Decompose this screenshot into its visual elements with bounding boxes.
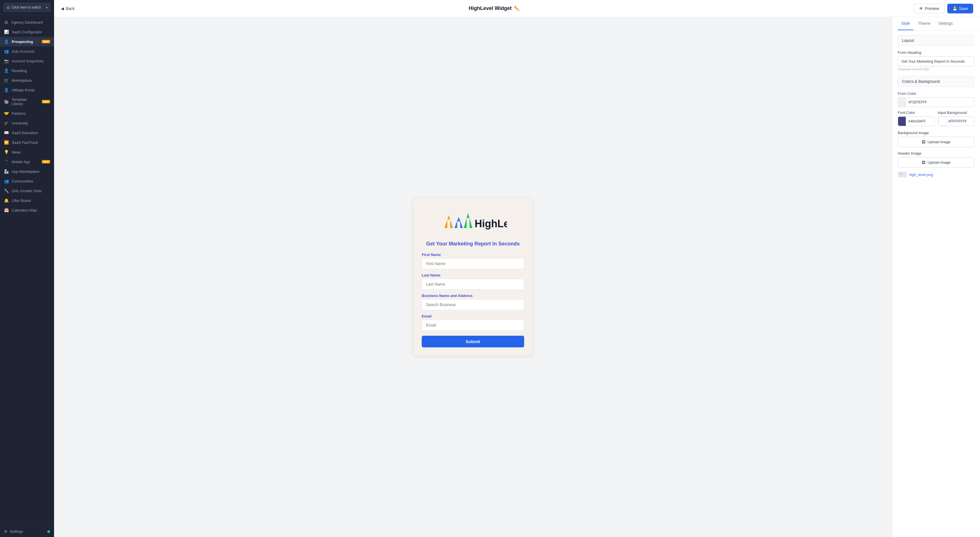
save-label: Save xyxy=(959,6,968,11)
app-marketplace-icon: 🏪 xyxy=(4,169,9,174)
sidebar-item-mobile-app[interactable]: 📱 Mobile App New xyxy=(0,157,54,167)
sidebar-item-ideas[interactable]: 💡 Ideas xyxy=(0,147,54,157)
sidebar-item-label: SaaS Education xyxy=(12,131,50,135)
form-color-hex[interactable] xyxy=(906,100,932,104)
sidebar-settings[interactable]: ⚙ Settings xyxy=(0,526,54,537)
sidebar-item-label: App Marketplace xyxy=(12,169,50,174)
colors-section-header: Colors & Background xyxy=(898,76,974,87)
header-upload-label: Upload Image xyxy=(928,160,951,164)
main-content: ◀ Back HighLevel Widget ✏️ 👁 Preview 💾 S… xyxy=(54,0,980,537)
input-bg-group: Input Background xyxy=(938,110,975,126)
sidebar-item-label: Communities xyxy=(12,179,50,183)
sidebar-item-affiliate-portal[interactable]: 👤 Affiliate Portal xyxy=(0,85,54,95)
tab-theme[interactable]: Theme xyxy=(915,17,934,30)
svg-marker-1 xyxy=(455,217,463,228)
form-color-swatch[interactable] xyxy=(898,98,906,107)
sidebar-item-label: Lifter Brand xyxy=(12,198,50,203)
template-library-icon: 📚 xyxy=(4,99,9,104)
sidebar-item-sub-accounts[interactable]: 👥 Sub-Accounts xyxy=(0,46,54,56)
sidebar-item-label: Sub-Accounts xyxy=(12,49,50,54)
sidebar-item-app-marketplace[interactable]: 🏪 App Marketplace xyxy=(0,167,54,176)
input-bg-swatch[interactable] xyxy=(938,117,946,126)
partners-icon: 🤝 xyxy=(4,111,9,116)
sidebar-item-marketplace[interactable]: 🛒 Marketplace xyxy=(0,75,54,85)
file-link[interactable]: high_level.png xyxy=(909,172,933,177)
sidebar-item-label: Template Library xyxy=(12,97,38,106)
save-button[interactable]: 💾 Save xyxy=(947,4,973,13)
widget-logo: HighLevel xyxy=(422,210,524,232)
sidebar-item-communities[interactable]: 👥 Communities xyxy=(0,176,54,186)
sidebar-item-prospecting[interactable]: 👤 Prospecting New xyxy=(0,37,54,46)
switch-icon: ⊙ xyxy=(6,5,10,10)
font-color-swatch[interactable] xyxy=(898,117,906,126)
sidebar-item-saas-fasttrack[interactable]: ⏩ SaaS FastTrack xyxy=(0,137,54,147)
sidebar-item-label: Agency Dashboard xyxy=(11,20,50,24)
chevron-down-icon: ▾ xyxy=(46,6,48,9)
new-badge: New xyxy=(42,160,50,163)
back-button[interactable]: ◀ Back xyxy=(61,6,75,11)
bg-upload-button[interactable]: 🖼 Upload Image xyxy=(898,137,974,147)
tab-settings[interactable]: Settings xyxy=(935,17,956,30)
sidebar-item-label: SaaS FastTrack xyxy=(12,140,50,145)
last-name-label: Last Name xyxy=(422,273,524,277)
sidebar-item-template-library[interactable]: 📚 Template Library New xyxy=(0,95,54,108)
input-bg-input xyxy=(938,116,975,126)
sidebar-item-lifter-brand[interactable]: 🔔 Lifter Brand xyxy=(0,196,54,205)
tab-style[interactable]: Style xyxy=(898,17,913,30)
first-name-input[interactable] xyxy=(422,258,524,269)
char-limit-text: Character limit (0-150) xyxy=(898,67,974,71)
preview-button[interactable]: 👁 Preview xyxy=(914,4,945,13)
sidebar-item-saas-configurator[interactable]: 📊 SaaS Configurator xyxy=(0,27,54,37)
email-group: Email xyxy=(422,314,524,331)
prospecting-icon: 👤 xyxy=(4,39,9,44)
input-bg-hex[interactable] xyxy=(946,119,972,123)
last-name-input[interactable] xyxy=(422,279,524,290)
email-input[interactable] xyxy=(422,320,524,331)
back-chevron-icon: ◀ xyxy=(61,6,64,11)
sidebar-item-account-snapshots[interactable]: 📷 Account Snapshots xyxy=(0,56,54,66)
header-image-label: Header Image xyxy=(898,151,974,155)
submit-button[interactable]: Submit xyxy=(422,336,524,347)
new-badge: New xyxy=(42,100,50,104)
last-name-group: Last Name xyxy=(422,273,524,290)
saas-fasttrack-icon: ⏩ xyxy=(4,140,9,145)
sidebar-nav: ⊞ Agency Dashboard 📊 SaaS Configurator 👤… xyxy=(0,15,54,526)
header-upload-button[interactable]: 🖼 Upload Image xyxy=(898,157,974,168)
calenders-map-icon: 📅 xyxy=(4,208,9,212)
input-bg-label: Input Background xyxy=(938,110,975,115)
sidebar-item-reselling[interactable]: 👤 Reselling xyxy=(0,66,54,75)
switch-account-button[interactable]: ⊙ Click here to switch ▾ xyxy=(3,3,51,12)
content-area: HighLevel Get Your Marketing Report In S… xyxy=(54,17,980,537)
upload-icon-2: 🖼 xyxy=(922,160,925,164)
business-name-input[interactable] xyxy=(422,299,524,310)
font-color-hex[interactable] xyxy=(906,119,932,123)
edit-icon[interactable]: ✏️ xyxy=(514,6,520,11)
sub-accounts-icon: 👥 xyxy=(4,49,9,54)
right-panel: Style Theme Settings Layout Form Heading… xyxy=(892,17,980,537)
sidebar-item-saas-education[interactable]: 📖 SaaS Education xyxy=(0,128,54,137)
sidebar-item-calenders-map[interactable]: 📅 Calenders Map xyxy=(0,205,54,215)
svg-marker-2 xyxy=(464,213,473,228)
file-thumb-img xyxy=(898,172,906,177)
form-heading-input[interactable] xyxy=(898,56,974,66)
sidebar-item-agency-dashboard[interactable]: ⊞ Agency Dashboard xyxy=(0,18,54,27)
panel-tabs: Style Theme Settings xyxy=(892,17,980,30)
page-title: HighLevel Widget ✏️ xyxy=(79,5,909,11)
sidebar-item-partners[interactable]: 🤝 Partners xyxy=(0,108,54,118)
svg-marker-0 xyxy=(444,215,453,228)
sidebar-item-ghl-growth-tools[interactable]: 🔧 GHL Growth Tools xyxy=(0,186,54,196)
sidebar-item-university[interactable]: 🎓 University xyxy=(0,118,54,128)
svg-text:HighLevel: HighLevel xyxy=(475,218,507,229)
header-actions: 👁 Preview 💾 Save xyxy=(914,4,973,13)
saas-configurator-icon: 📊 xyxy=(4,30,9,34)
email-label: Email xyxy=(422,314,524,318)
font-color-label: Font Color xyxy=(898,110,934,115)
sidebar-item-label: Account Snapshots xyxy=(12,59,50,63)
sidebar-item-label: Marketplace xyxy=(12,78,50,83)
status-indicator xyxy=(47,530,50,533)
first-name-label: First Name xyxy=(422,253,524,257)
reselling-icon: 👤 xyxy=(4,69,9,73)
sidebar-item-label: University xyxy=(12,121,50,125)
ideas-icon: 💡 xyxy=(4,150,9,154)
business-name-group: Business Name and Address xyxy=(422,293,524,310)
